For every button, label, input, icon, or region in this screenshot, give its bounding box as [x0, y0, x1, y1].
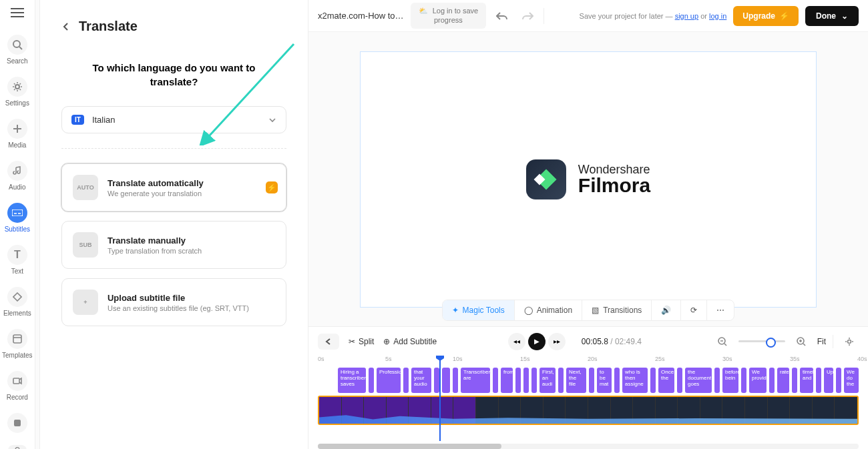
subtitle-clip[interactable]: [523, 368, 529, 393]
option-sub: Use an existing subtitles file (eg. SRT,…: [107, 304, 249, 312]
subtitle-clip[interactable]: to be mat: [597, 368, 612, 393]
scissors-icon: ✂: [349, 337, 355, 346]
subtitle-clip[interactable]: [650, 368, 656, 393]
transitions-button[interactable]: ▧Transitions: [582, 300, 652, 320]
undo-button[interactable]: [493, 7, 511, 25]
panel-title: Translate: [79, 19, 138, 34]
subtitle-clip[interactable]: Once the: [658, 368, 674, 393]
subtitle-clip[interactable]: Transcribers are: [461, 368, 490, 393]
translate-panel: Translate To which language do you want …: [40, 0, 308, 449]
language-select[interactable]: IT Italian: [61, 106, 286, 133]
subtitle-clip[interactable]: Professional: [377, 368, 401, 393]
zoom-in-button[interactable]: [792, 332, 811, 351]
zoom-slider[interactable]: [738, 340, 785, 342]
rail-subtitles[interactable]: Subtitles: [5, 203, 30, 233]
subtitle-clip[interactable]: [741, 368, 746, 393]
subtitle-clip[interactable]: [442, 368, 450, 393]
timeline-scrollbar[interactable]: [318, 444, 859, 449]
subtitle-clip[interactable]: timely and: [800, 368, 813, 393]
time-ruler[interactable]: 0s5s10s15s20s25s30s35s40s45s50s55s1m: [318, 356, 859, 365]
split-button[interactable]: ✂Split: [349, 337, 374, 346]
speed-button[interactable]: ⟳: [681, 300, 707, 320]
more-tools-button[interactable]: ⋯: [707, 300, 734, 320]
subtitle-clip[interactable]: [714, 368, 720, 393]
subtitle-clip[interactable]: the document goes: [685, 368, 712, 393]
done-button[interactable]: Done⌄: [805, 6, 859, 26]
redo-button[interactable]: [518, 7, 537, 25]
subtitle-clip[interactable]: [677, 368, 682, 393]
subtitle-clip[interactable]: that your audio: [411, 368, 431, 393]
subtitle-clip[interactable]: We do the: [844, 368, 859, 393]
subtitle-clip[interactable]: We provide: [749, 368, 767, 393]
rail-audio[interactable]: Audio: [7, 161, 27, 191]
subtitle-clip[interactable]: [836, 368, 841, 393]
back-button[interactable]: [61, 22, 71, 31]
add-subtitle-button[interactable]: ⊕Add Subtitle: [383, 337, 437, 346]
subtitle-clip[interactable]: [403, 368, 409, 393]
rail-settings[interactable]: Settings: [5, 77, 29, 107]
rail-elements[interactable]: Elements: [3, 287, 31, 317]
subtitle-clip[interactable]: [816, 368, 821, 393]
fit-button[interactable]: Fit: [817, 337, 826, 346]
subtitle-clip[interactable]: First, an audi: [539, 368, 556, 393]
preview-toolbar: ✦Magic Tools ◯Animation ▧Transitions 🔊 ⟳…: [442, 300, 735, 321]
play-button[interactable]: ▶: [528, 333, 546, 350]
rail-media[interactable]: Media: [7, 119, 27, 149]
magic-tools-button[interactable]: ✦Magic Tools: [443, 300, 515, 320]
volume-button[interactable]: 🔊: [652, 300, 681, 320]
ruler-tick: 15s: [520, 356, 530, 362]
subtitle-clip[interactable]: [515, 368, 521, 393]
subtitle-clip[interactable]: from: [501, 368, 513, 393]
ruler-tick: 20s: [588, 356, 598, 362]
panel-divider[interactable]: [35, 0, 40, 449]
side-rail: Search Settings Media Audio Subtitles T …: [0, 0, 35, 449]
subtitle-clip[interactable]: Hiring a transcriber saves: [338, 368, 366, 393]
subtitle-clip[interactable]: [434, 368, 439, 393]
rail-templates[interactable]: Templates: [2, 329, 33, 359]
subtitle-clip[interactable]: [369, 368, 374, 393]
subtitle-clip[interactable]: Up: [824, 368, 833, 393]
ruler-tick: 35s: [790, 356, 800, 362]
option-manual[interactable]: SUB Translate manually Type translation …: [61, 221, 286, 269]
subtitle-clip[interactable]: [493, 368, 498, 393]
timeline-settings-button[interactable]: [840, 332, 859, 351]
prev-frame-button[interactable]: ◂◂: [508, 333, 525, 350]
playhead[interactable]: [439, 356, 441, 441]
subtitle-clip[interactable]: [453, 368, 458, 393]
video-track[interactable]: [318, 396, 859, 425]
subtitle-clip[interactable]: [531, 368, 537, 393]
chevron-down-icon: [268, 116, 276, 124]
top-bar: x2mate.com-How to… ⛅ Log in to save prog…: [308, 0, 868, 32]
signup-link[interactable]: sign up: [675, 12, 698, 20]
subtitle-clip[interactable]: rates: [777, 368, 789, 393]
rail-search[interactable]: Search: [7, 35, 28, 65]
help-button[interactable]: ?: [8, 445, 27, 449]
subtitle-clip[interactable]: who is then assigne: [622, 368, 648, 393]
more-icon: [7, 413, 27, 433]
subtitle-clip[interactable]: before bein: [722, 368, 738, 393]
rail-more[interactable]: [7, 413, 27, 433]
subtitle-clip[interactable]: [589, 368, 594, 393]
login-link[interactable]: log in: [709, 12, 726, 20]
rail-record[interactable]: Record: [7, 371, 28, 401]
zoom-out-button[interactable]: [713, 332, 732, 351]
upgrade-button[interactable]: Upgrade⚡: [733, 6, 799, 26]
timeline-back-button[interactable]: [318, 334, 339, 350]
login-to-save[interactable]: ⛅ Log in to save progress: [411, 3, 487, 28]
filmora-logo: [526, 159, 566, 199]
subtitle-clip[interactable]: [769, 368, 775, 393]
subtitle-clip[interactable]: [614, 368, 620, 393]
subtitle-clip[interactable]: [792, 368, 797, 393]
option-title: Translate automatically: [107, 178, 204, 188]
svg-point-0: [13, 41, 20, 47]
subtitle-clip[interactable]: [558, 368, 564, 393]
preview-canvas[interactable]: Wondershare Filmora: [360, 51, 817, 308]
option-auto[interactable]: AUTO Translate automatically We generate…: [61, 163, 286, 211]
rail-text[interactable]: T Text: [7, 245, 27, 275]
animation-button[interactable]: ◯Animation: [515, 300, 582, 320]
menu-icon[interactable]: [11, 8, 24, 17]
subtitle-clip[interactable]: Next, the file: [566, 368, 586, 393]
option-upload[interactable]: + Upload subtitle file Use an existing s…: [61, 278, 286, 326]
next-frame-button[interactable]: ▸▸: [548, 333, 566, 350]
record-icon: [7, 371, 27, 391]
